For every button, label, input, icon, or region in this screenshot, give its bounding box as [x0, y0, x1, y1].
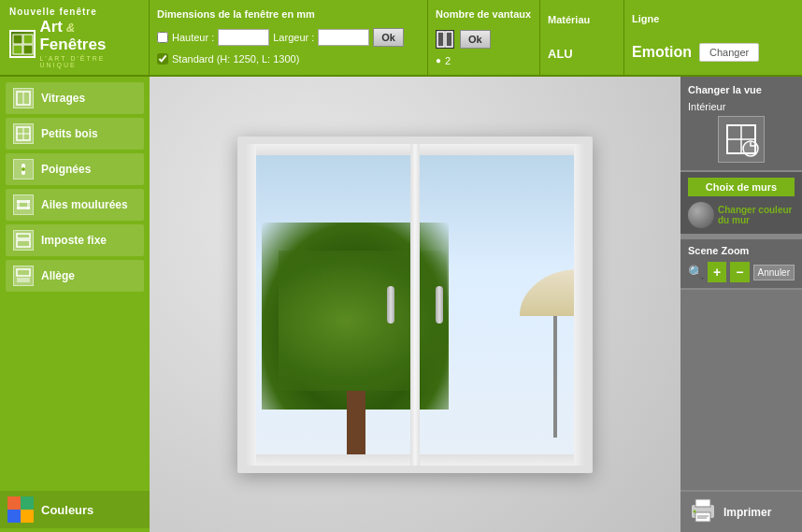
materiau-value: ALU	[548, 47, 616, 61]
ligne-area: Ligne Emotion Changer	[624, 0, 802, 75]
allege-label: Allège	[41, 269, 75, 282]
zoom-search-icon: 🔍	[688, 265, 704, 280]
murs-content: Changer couleur du mur	[688, 202, 795, 228]
sidebar-item-imposte-fixe[interactable]: Imposte fixe	[6, 224, 144, 256]
handle-right	[436, 286, 443, 324]
scene-zoom-title: Scene Zoom	[688, 245, 795, 256]
vantaux-ok-button[interactable]: Ok	[460, 30, 491, 49]
annuler-button[interactable]: Annuler	[753, 265, 795, 280]
hauteur-input[interactable]	[218, 29, 269, 46]
hauteur-label: Hauteur :	[172, 32, 214, 43]
choix-murs-button[interactable]: Choix de murs	[688, 178, 795, 196]
hauteur-row: Hauteur : Largeur : Ok	[157, 28, 420, 47]
right-panel: Changer la vue Intérieur Choix de murs C…	[680, 77, 802, 532]
svg-rect-22	[21, 496, 34, 510]
svg-rect-19	[17, 269, 30, 276]
zoom-controls: 🔍 + − Annuler	[688, 262, 795, 282]
vantaux-area: Nombre de vantaux Ok ●2	[428, 0, 540, 75]
sidebar-item-poignees[interactable]: Poignées	[6, 153, 144, 185]
standard-row: Standard (H: 1250, L: 1300)	[157, 53, 420, 65]
materiau-title: Matériau	[548, 14, 616, 25]
ailes-moulurees-label: Ailes moulurées	[41, 198, 128, 211]
ligne-row: Emotion Changer	[632, 43, 795, 62]
logo-area: Nouvelle fenêtre Art & Fenêtres L'ART D'…	[0, 0, 150, 75]
materiau-area: Matériau ALU	[540, 0, 624, 75]
largeur-label: Largeur :	[273, 32, 314, 43]
zoom-in-button[interactable]: +	[708, 262, 726, 282]
changer-button[interactable]: Changer	[699, 43, 759, 62]
svg-point-12	[21, 167, 25, 171]
dimensions-title: Dimensions de la fenêtre en mm	[157, 8, 420, 20]
sidebar-item-ailes-moulurees[interactable]: Ailes moulurées	[6, 189, 144, 221]
logo-subtitle: L'ART D'ÊTRE UNIQUE	[39, 55, 139, 68]
ligne-title: Ligne	[632, 13, 795, 24]
dimensions-ok-button[interactable]: Ok	[373, 28, 404, 47]
interieur-label: Intérieur	[688, 101, 725, 112]
vantaux-row: Ok	[436, 30, 532, 49]
svg-rect-5	[446, 32, 452, 47]
frame-left	[245, 144, 256, 466]
murs-section: Choix de murs Changer couleur du mur	[680, 172, 802, 234]
svg-rect-0	[13, 35, 22, 44]
vitrages-label: Vitrages	[41, 92, 85, 105]
logo-brand: Art & Fenêtres L'ART D'ÊTRE UNIQUE	[9, 19, 139, 68]
frame-right	[574, 144, 585, 466]
svg-rect-1	[23, 35, 33, 44]
printer-icon	[688, 497, 718, 526]
hauteur-checkbox[interactable]	[157, 32, 168, 43]
sidebar: Vitrages Petits bois Poignées	[0, 77, 150, 532]
petits-bois-label: Petits bois	[41, 127, 98, 140]
color-sphere[interactable]	[688, 202, 714, 228]
dimensions-area: Dimensions de la fenêtre en mm Hauteur :…	[150, 0, 428, 75]
svg-rect-23	[7, 510, 21, 523]
svg-rect-3	[23, 45, 33, 54]
sidebar-item-couleurs[interactable]: Couleurs	[0, 491, 150, 528]
glass-icon	[13, 88, 34, 108]
window-divider	[410, 144, 420, 466]
svg-rect-2	[13, 45, 22, 54]
logo-icon	[9, 30, 36, 58]
standard-label: Standard (H: 1250, L: 1300)	[172, 53, 299, 65]
umbrella-pole	[553, 307, 557, 438]
sidebar-item-petits-bois[interactable]: Petits bois	[6, 118, 144, 150]
emotion-label: Emotion	[632, 44, 692, 61]
vantaux-icon	[436, 30, 454, 49]
handle-left	[387, 286, 394, 324]
sidebar-item-vitrages[interactable]: Vitrages	[6, 82, 144, 114]
view-section: Changer la vue Intérieur	[680, 77, 802, 170]
sidebar-item-allege[interactable]: Allège	[6, 260, 144, 292]
grid-icon	[13, 123, 34, 144]
handle-icon	[13, 159, 34, 180]
vantaux-count-label: ●2	[436, 55, 532, 66]
print-section[interactable]: Imprimer	[680, 492, 802, 532]
main: Vitrages Petits bois Poignées	[0, 77, 802, 532]
couleurs-icon	[7, 496, 34, 523]
svg-rect-17	[17, 234, 30, 238]
header: Nouvelle fenêtre Art & Fenêtres L'ART D'…	[0, 0, 802, 77]
svg-rect-15	[17, 200, 20, 209]
vantaux-title: Nombre de vantaux	[436, 8, 532, 20]
nouvelle-fenetre-title: Nouvelle fenêtre	[9, 7, 97, 17]
svg-rect-31	[695, 512, 710, 522]
transom-icon	[13, 230, 34, 251]
tree-foliage2	[279, 251, 447, 391]
sill-icon	[13, 266, 34, 286]
standard-checkbox[interactable]	[157, 53, 168, 65]
svg-rect-4	[437, 32, 444, 47]
imposte-fixe-label: Imposte fixe	[41, 234, 107, 247]
couleurs-label: Couleurs	[41, 503, 93, 517]
svg-rect-21	[7, 496, 21, 510]
molding-icon	[13, 194, 34, 215]
poignees-label: Poignées	[41, 163, 91, 176]
svg-point-32	[694, 510, 696, 513]
view-icon[interactable]	[718, 116, 765, 163]
svg-rect-24	[21, 510, 34, 523]
changer-vue-title: Changer la vue	[688, 84, 762, 95]
imprimer-label: Imprimer	[723, 506, 771, 519]
zoom-out-button[interactable]: −	[730, 262, 749, 282]
svg-rect-30	[695, 499, 710, 507]
largeur-input[interactable]	[318, 29, 369, 46]
svg-rect-16	[27, 200, 30, 209]
changer-couleur-mur-label[interactable]: Changer couleur du mur	[718, 205, 795, 225]
window-frame	[237, 137, 593, 473]
